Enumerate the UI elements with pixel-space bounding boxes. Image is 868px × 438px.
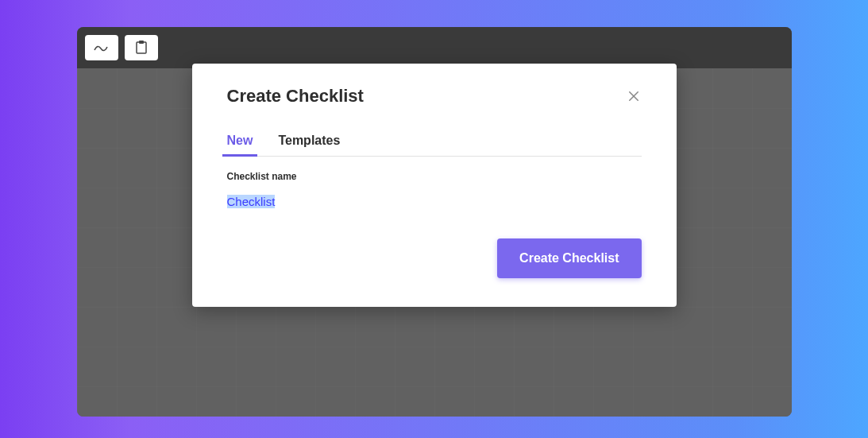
checklist-name-input[interactable]	[227, 193, 642, 210]
tab-templates[interactable]: Templates	[278, 126, 340, 156]
create-checklist-modal: Create Checklist New Templates Checklist…	[192, 64, 677, 307]
modal-title: Create Checklist	[227, 86, 364, 107]
close-icon	[627, 89, 641, 103]
close-button[interactable]	[626, 88, 642, 104]
create-checklist-button[interactable]: Create Checklist	[497, 238, 641, 278]
modal-header: Create Checklist	[227, 86, 642, 107]
modal-footer: Create Checklist	[227, 238, 642, 278]
app-frame: Create Checklist New Templates Checklist…	[77, 27, 792, 417]
modal-tabs: New Templates	[227, 126, 642, 157]
checklist-name-label: Checklist name	[227, 171, 642, 182]
tab-new[interactable]: New	[227, 126, 253, 156]
modal-overlay: Create Checklist New Templates Checklist…	[77, 27, 792, 417]
